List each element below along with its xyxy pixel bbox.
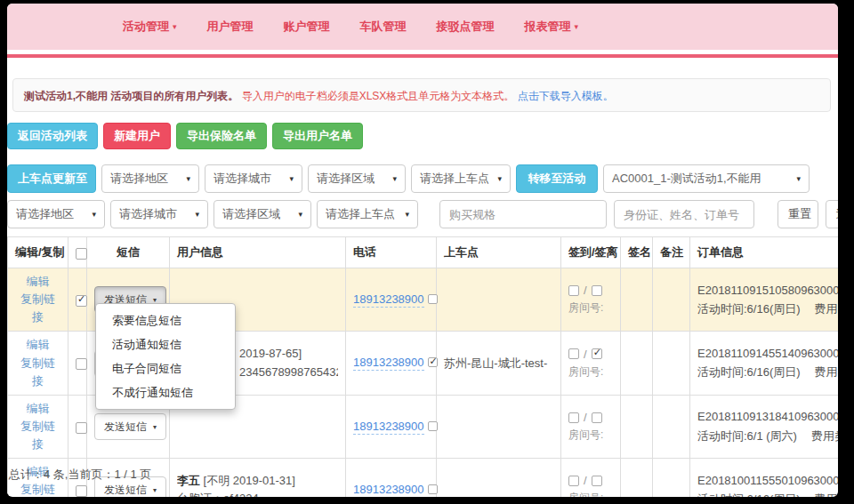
order-number: E20181109131841096300031 — [697, 409, 838, 425]
user-info-line: 2019-87-65] — [239, 345, 338, 363]
export-insurance-list-button[interactable]: 导出保险名单 — [176, 123, 267, 149]
edit-link[interactable]: 编辑 — [15, 400, 60, 418]
transfer-to-activity-button[interactable]: 转移至活动 — [516, 164, 598, 193]
fee-type: 费用类型 — [815, 302, 838, 316]
col-header-pickup: 上车点 — [437, 237, 561, 268]
chevron-down-icon: ▾ — [195, 210, 199, 219]
menu-item-request-info-sms[interactable]: 索要信息短信 — [96, 308, 235, 332]
chevron-down-icon: ▾ — [298, 210, 302, 219]
row-checkbox[interactable] — [76, 422, 87, 434]
chevron-down-icon: ▾ — [796, 174, 801, 183]
user-info-line: 23456789987654321 — [239, 364, 338, 381]
row-checkbox[interactable] — [76, 295, 87, 307]
phone-checkbox[interactable] — [428, 294, 438, 304]
phone-link[interactable]: 18913238900 — [353, 420, 424, 435]
col-header-phone: 电话 — [346, 237, 437, 268]
purchase-spec-input[interactable] — [439, 200, 607, 228]
menu-item-activity-notice-sms[interactable]: 活动通知短信 — [96, 332, 235, 356]
col-header-sign-in-out: 签到/签离 — [561, 237, 621, 268]
row-checkbox[interactable] — [76, 485, 87, 497]
chevron-down-icon: ▾ — [289, 174, 294, 183]
checkout-checkbox[interactable] — [592, 476, 602, 486]
col-header-edit: 编辑/复制 — [8, 237, 68, 268]
pagination-summary: 总计：4 条,当前页：1 / 1 页 — [9, 467, 151, 483]
edit-link[interactable]: 编辑 — [15, 336, 60, 354]
room-number-label: 房间号: — [568, 364, 613, 380]
activity-time: 活动时间:6/16(周日) — [697, 302, 801, 316]
alert-title: 测试活动1,不能用 活动项目的所有用户列表。 — [24, 90, 238, 102]
room-number-label: 房间号: — [568, 428, 613, 443]
chevron-down-icon: ▾ — [392, 174, 397, 183]
chevron-down-icon: ▾ — [497, 174, 502, 183]
region-select-2[interactable]: 请选择地区▾ — [7, 200, 105, 228]
chevron-down-icon: ▾ — [153, 486, 157, 494]
nav-item-account-mgmt[interactable]: 账户管理 — [284, 19, 330, 35]
nav-item-fleet-mgmt[interactable]: 车队管理 — [360, 19, 407, 35]
city-select-2[interactable]: 请选择城市▾ — [110, 200, 208, 228]
checkin-checkbox[interactable] — [568, 285, 579, 296]
user-info-line: 台胞证：ef4334 — [177, 490, 338, 497]
activity-select[interactable]: AC0001_1-测试活动1,不能用▾ — [603, 164, 810, 193]
activity-time: 活动时间:6/1 (周六) — [697, 429, 797, 443]
reset-button[interactable]: 重置 — [777, 200, 818, 228]
search-filter-row: 请选择地区▾ 请选择城市▾ 请选择区域▾ 请选择上车点▾ 重置 过滤 — [7, 200, 838, 228]
copy-link[interactable]: 复制链接 — [15, 291, 60, 326]
nav-item-report-mgmt[interactable]: 报表管理▾ — [525, 19, 579, 35]
menu-item-e-contract-sms[interactable]: 电子合同短信 — [96, 356, 235, 380]
region-select[interactable]: 请选择地区▾ — [101, 164, 199, 193]
fee-type: 费用类型 — [815, 492, 838, 497]
area-select-2[interactable]: 请选择区域▾ — [214, 200, 311, 228]
action-toolbar: 返回活动列表 新建用户 导出保险名单 导出用户名单 — [7, 123, 363, 149]
phone-checkbox[interactable] — [428, 421, 438, 431]
send-sms-button[interactable]: 发送短信▾ — [94, 413, 166, 440]
app-window: 活动管理▾ 用户管理 账户管理 车队管理 接驳点管理 报表管理▾ 测试活动1,不… — [7, 4, 838, 497]
search-input[interactable] — [614, 200, 754, 228]
checkin-checkbox[interactable] — [568, 476, 579, 486]
copy-link[interactable]: 复制链接 — [15, 418, 60, 453]
download-template-link[interactable]: 点击下载导入模板。 — [518, 90, 614, 102]
city-select[interactable]: 请选择城市▾ — [205, 164, 302, 193]
phone-checkbox[interactable] — [428, 357, 438, 367]
col-header-checkbox — [68, 237, 87, 268]
sms-dropdown-menu: 索要信息短信 活动通知短信 电子合同短信 不成行通知短信 — [95, 303, 236, 410]
phone-link[interactable]: 18913238900 — [353, 292, 424, 308]
pickup-point-select-2[interactable]: 请选择上车点▾ — [317, 200, 418, 228]
checkout-checkbox[interactable] — [592, 348, 602, 359]
copy-link[interactable]: 复制链接 — [15, 355, 60, 390]
col-header-user-info: 用户信息 — [170, 237, 346, 268]
chevron-down-icon: ▾ — [173, 22, 177, 31]
order-number: E20181109145514096300019 — [697, 346, 838, 362]
alert-warning-text: 导入用户的电子档必须是XLSX格式且单元格为文本格式。 — [242, 90, 515, 102]
export-user-list-button[interactable]: 导出用户名单 — [272, 123, 363, 149]
row-checkbox[interactable] — [76, 358, 87, 370]
checkin-checkbox[interactable] — [568, 348, 579, 359]
nav-item-user-mgmt[interactable]: 用户管理 — [207, 19, 254, 35]
nav-item-activity-mgmt[interactable]: 活动管理▾ — [123, 19, 177, 35]
top-navbar: 活动管理▾ 用户管理 账户管理 车队管理 接驳点管理 报表管理▾ — [7, 4, 838, 50]
copy-link[interactable]: 复制链接 — [15, 481, 60, 497]
col-header-note: 备注 — [653, 237, 690, 268]
navbar-divider — [7, 54, 838, 58]
menu-item-cancel-notice-sms[interactable]: 不成行通知短信 — [96, 380, 235, 404]
new-user-button[interactable]: 新建用户 — [103, 123, 171, 149]
checkin-checkbox[interactable] — [568, 412, 579, 423]
chevron-down-icon: ▾ — [92, 210, 96, 219]
phone-link[interactable]: 18913238900 — [353, 483, 424, 497]
edit-link[interactable]: 编辑 — [15, 273, 60, 291]
back-to-activity-list-button[interactable]: 返回活动列表 — [7, 123, 98, 149]
filter-button[interactable]: 过滤 — [826, 200, 838, 228]
phone-link[interactable]: 18913238900 — [353, 356, 424, 371]
chevron-down-icon: ▾ — [405, 210, 409, 219]
pickup-point-select[interactable]: 请选择上车点▾ — [411, 164, 511, 193]
checkout-checkbox[interactable] — [592, 285, 602, 296]
select-all-checkbox[interactable] — [76, 248, 87, 260]
update-pickup-button[interactable]: 上车点更新至 — [7, 164, 96, 193]
room-number-label: 房间号: — [568, 300, 613, 316]
user-info-line: 李五 [不明 2019-01-31] — [177, 472, 338, 490]
phone-checkbox[interactable] — [428, 484, 438, 494]
checkout-checkbox[interactable] — [592, 412, 602, 423]
activity-time: 活动时间:6/16(周日) — [697, 365, 801, 379]
col-header-order-info: 订单信息 — [690, 237, 839, 268]
nav-item-shuttle-point-mgmt[interactable]: 接驳点管理 — [437, 19, 495, 35]
area-select[interactable]: 请选择区域▾ — [308, 164, 406, 193]
